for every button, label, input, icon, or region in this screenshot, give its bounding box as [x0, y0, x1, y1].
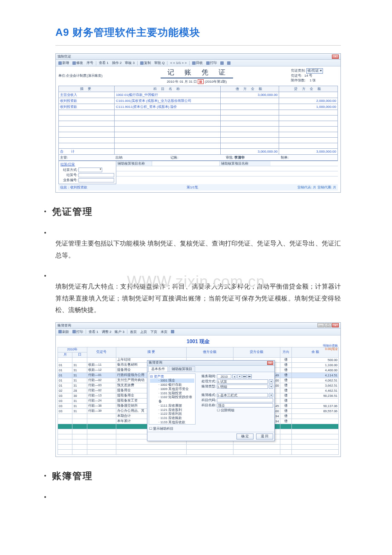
toolbar-item[interactable]	[170, 330, 175, 333]
refresh-icon	[58, 330, 62, 333]
help-icon	[227, 61, 231, 65]
subject-name-input[interactable]: 现金	[217, 403, 273, 408]
settle-no-input[interactable]	[78, 173, 114, 177]
table-row	[58, 444, 339, 449]
settle-method-select[interactable]	[78, 168, 102, 172]
totals-row: 合 计3,000,000.003,000,000.00	[59, 149, 338, 155]
section-ledger-heading: 账簿管理	[52, 470, 93, 483]
table-row[interactable]	[59, 110, 338, 116]
table-row[interactable]	[59, 138, 338, 143]
edit-icon	[72, 61, 76, 65]
toolbar-item[interactable]: 上页	[139, 330, 148, 334]
table-row[interactable]: 收到投资款C111.9011|资本公积_资本 (或股本) 溢价1,000,000…	[59, 104, 338, 110]
minimize-icon[interactable]: —	[317, 323, 324, 327]
table-row[interactable]	[59, 116, 338, 121]
toolbar-item[interactable]: 审批 Q	[153, 61, 165, 65]
toolbar-item[interactable]: 回收	[191, 61, 204, 65]
body-paragraph: 凭证管理主要包括以下功能模块 填制凭证、复核凭证、查询打印凭证、凭证导入、凭证导…	[55, 238, 341, 261]
toolbar-item[interactable]: 序号	[86, 61, 94, 65]
maximize-icon[interactable]: ▢	[325, 323, 331, 327]
last-icon[interactable]: ⏭	[248, 374, 252, 379]
toolbar-item[interactable]: 新增	[58, 61, 70, 65]
tree-node[interactable]: · 1101 短期投资	[150, 391, 194, 396]
chevron-down-icon[interactable]: ▾	[269, 379, 273, 384]
tree-node[interactable]: · 1002 银行存款	[150, 383, 194, 387]
bullet-icon	[44, 232, 46, 234]
toolbar-item[interactable]: 修改	[72, 61, 84, 65]
voucher-signatures: 主管: 出纳: 记账: 审批: 李清华 制单:	[58, 155, 338, 161]
subject-code-input[interactable]	[217, 398, 273, 402]
settlement-panel: 结算/日常 结算方式: 结算号: 业务编号:	[58, 161, 116, 184]
toolbar-item[interactable]: 查看 1	[98, 61, 110, 65]
toolbar-item[interactable]: 复制	[139, 61, 152, 65]
toolbar-item[interactable]: 下页	[150, 330, 158, 334]
process-select[interactable]: 1-试算	[217, 379, 268, 384]
table-row[interactable]	[59, 127, 338, 132]
toolbar-item[interactable]: 操作 2	[111, 61, 123, 65]
section-voucher-heading: 凭证管理	[52, 205, 93, 218]
toolbar-item[interactable]: 打印	[72, 330, 84, 334]
cancel-button[interactable]: 退 回	[256, 434, 273, 439]
table-row[interactable]: 主营业收入1002.01|银行存款_中国银行3,000,000.00	[59, 92, 338, 98]
ledger-format-select[interactable]: 1-基本三栏式	[217, 393, 268, 397]
ok-button[interactable]: 确 定	[236, 434, 254, 439]
table-row[interactable]	[59, 121, 338, 127]
toolbar-item[interactable]: 调整 2	[101, 330, 112, 334]
tab-auxiliary[interactable]: 辅助核算项目	[169, 366, 195, 372]
toolbar-item[interactable]: 打印	[205, 61, 218, 65]
period-input[interactable]: 2010	[217, 374, 231, 379]
chevron-down-icon[interactable]: ▾	[269, 393, 273, 397]
toolbar-item[interactable]: 首页	[129, 330, 138, 334]
show-aux-checkbox[interactable]: ☐ 显示辅助科目	[149, 427, 173, 431]
down-icon[interactable]: ▾	[237, 374, 242, 379]
first-icon[interactable]: ⏮	[242, 374, 247, 379]
subject-tree[interactable]: ⊟ 资产类 · 1001 现金· 1002 银行存款· 1009 其他货币资金·…	[149, 373, 196, 425]
bullet-icon	[44, 496, 46, 498]
voucher-titlebar: 填制凭证 ×	[56, 54, 340, 60]
up-icon[interactable]: ▴	[232, 374, 236, 379]
tree-node[interactable]: · 1122 应收利息	[150, 412, 194, 416]
toolbar-item[interactable]: 末页	[160, 330, 168, 334]
toolbar-item[interactable]: 查看 1	[88, 330, 99, 334]
window-title: 填制凭证	[58, 54, 71, 59]
chevron-down-icon[interactable]: ▾	[269, 384, 273, 389]
voucher-grid: 摘 要 科 目 名 称 借 方 金 额 贷 方 金 额 主营业收入1002.01…	[58, 86, 338, 155]
tree-node[interactable]: · 1133 其他应收款	[150, 420, 194, 425]
table-row[interactable]	[59, 143, 338, 149]
tree-node[interactable]: · 1111 应收票据	[150, 404, 194, 408]
ledger-toolbar: 刷新 打印 查看 1 调整 2 账户 3 首页 上页 下页 末页	[56, 329, 340, 335]
close-icon[interactable]: ×	[267, 361, 273, 365]
type-select[interactable]: 收/凭证 ▾	[306, 68, 323, 74]
toolbar-item[interactable]: 刷新	[58, 330, 70, 334]
tree-node[interactable]: · 1009 其他货币资金	[150, 387, 194, 391]
tree-node[interactable]: · 1001 现金	[150, 379, 194, 383]
print-icon	[72, 330, 76, 333]
tree-node[interactable]: · 1102 短期投资跌价准备	[150, 395, 194, 404]
tree-node[interactable]: · 1131 应收账款	[150, 416, 194, 420]
close-icon[interactable]: ×	[332, 55, 339, 59]
table-row[interactable]: 收到投资款C101.001|实收资本 (或股本)_业力达股份有限公司2,000,…	[59, 98, 338, 104]
close-icon[interactable]: ×	[332, 323, 339, 327]
recycle-icon	[192, 61, 196, 65]
col-credit: 贷 方 金 额	[279, 86, 338, 92]
business-no-input[interactable]	[78, 178, 114, 182]
ledger-titlebar: 账簿查询 — ▢ ×	[56, 323, 340, 329]
tree-node[interactable]: · 1121 应收股利	[150, 408, 194, 412]
new-icon	[58, 61, 62, 65]
table-row[interactable]	[59, 132, 338, 138]
auxiliary-grid: 辅助核算项目名称辅助核算项目名称	[116, 161, 338, 184]
query-dialog: 账簿查询 × 基本条件 辅助核算项目 ⊟ 资产类 · 1001 现金· 1002…	[147, 360, 275, 441]
detail-only-checkbox[interactable]: ☐ 仅限明细	[217, 408, 234, 413]
copy-icon	[140, 61, 144, 65]
toolbar-item[interactable]	[226, 61, 231, 65]
print-icon	[206, 61, 210, 65]
tab-basic[interactable]: 基本条件	[148, 366, 168, 372]
calendar-icon[interactable]: ▦	[198, 79, 204, 84]
ledger-type-select[interactable]: 1-明细	[217, 384, 268, 389]
toolbar-item[interactable]: 账户 3	[114, 330, 125, 334]
toolbar-pager[interactable]: < < 1/1 > >	[169, 61, 187, 65]
col-summary: 摘 要	[59, 86, 115, 92]
voucher-meta: 凭证类别:收/凭证 ▾ 凭证号:14 号 附件张数:1 张	[291, 68, 338, 83]
toolbar-item[interactable]	[219, 61, 225, 65]
toolbar-item[interactable]: 审核 3	[124, 61, 135, 65]
